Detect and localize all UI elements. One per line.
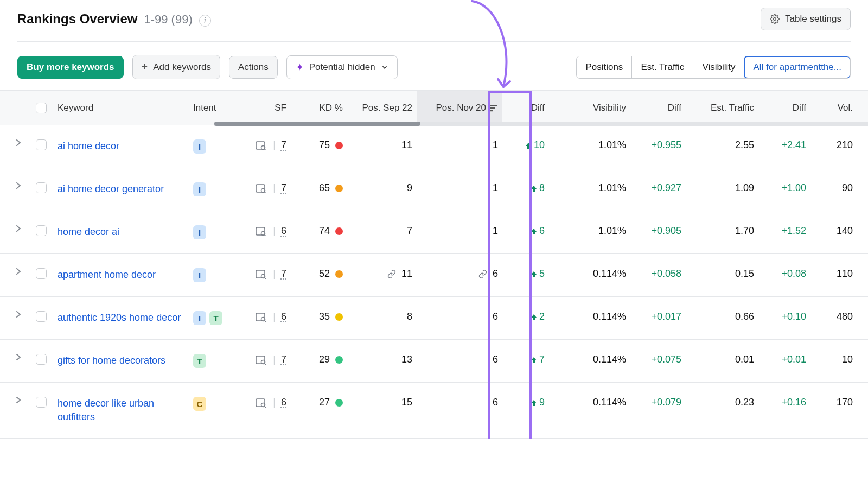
- tab-est-traffic[interactable]: Est. Traffic: [632, 56, 693, 78]
- chevron-right-icon: [16, 397, 21, 403]
- potential-hidden-dropdown[interactable]: ✦ Potential hidden: [286, 55, 398, 79]
- row-checkbox-cell: [29, 182, 53, 193]
- toolbar: Buy more keywords + Add keywords Actions…: [17, 42, 851, 90]
- expand-row[interactable]: [0, 311, 29, 318]
- serp-features-icon[interactable]: [256, 269, 267, 279]
- pos-curr-cell: 1: [417, 182, 502, 194]
- col-diff-vis[interactable]: Diff: [630, 91, 686, 125]
- svg-line-12: [265, 234, 267, 236]
- keyword-link[interactable]: apartment home decor: [58, 268, 156, 282]
- chevron-right-icon: [16, 354, 21, 360]
- intent-badge-i: I: [193, 139, 206, 154]
- row-checkbox-cell: [29, 139, 53, 150]
- actions-button[interactable]: Actions: [229, 56, 278, 79]
- svg-line-24: [265, 406, 267, 408]
- visibility-cell: 0.114%: [549, 311, 630, 322]
- keyword-link[interactable]: home decor ai: [58, 225, 119, 239]
- row-checkbox[interactable]: [36, 139, 47, 150]
- serp-features-icon[interactable]: [256, 398, 267, 408]
- table-row: authentic 1920s home decor IT | 6 35 8 6…: [0, 297, 868, 340]
- svg-rect-2: [489, 107, 495, 109]
- expand-row[interactable]: [0, 354, 29, 360]
- col-diff-traffic[interactable]: Diff: [758, 91, 810, 125]
- row-checkbox[interactable]: [36, 311, 47, 322]
- col-intent[interactable]: Intent: [189, 91, 237, 125]
- col-pos-prev[interactable]: Pos. Sep 22: [347, 91, 417, 125]
- sf-count[interactable]: 6: [281, 225, 286, 237]
- table-row: home decor like urban outfitters C | 6 2…: [0, 383, 868, 439]
- serp-features-icon[interactable]: [256, 312, 267, 322]
- sf-cell: | 7: [237, 139, 291, 151]
- row-checkbox[interactable]: [36, 397, 47, 408]
- kd-cell: 29: [291, 354, 347, 365]
- keyword-link[interactable]: ai home decor: [58, 139, 119, 153]
- sf-count[interactable]: 6: [281, 311, 286, 322]
- diff-pos-cell: 8: [502, 182, 549, 194]
- info-icon[interactable]: i: [199, 15, 211, 27]
- sf-count[interactable]: 6: [281, 397, 286, 408]
- diff-traffic-cell: +0.08: [758, 268, 810, 280]
- diff-pos-cell: 9: [502, 397, 549, 408]
- tab-visibility[interactable]: Visibility: [693, 56, 744, 78]
- scrollbar-thumb[interactable]: [214, 122, 420, 126]
- row-checkbox[interactable]: [36, 354, 47, 365]
- serp-features-icon[interactable]: [256, 141, 267, 150]
- sf-count[interactable]: 7: [281, 268, 286, 280]
- row-checkbox-cell: [29, 268, 53, 279]
- link-icon: [477, 270, 488, 278]
- select-all-checkbox[interactable]: [36, 103, 47, 113]
- expand-row[interactable]: [0, 397, 29, 403]
- keyword-link[interactable]: gifts for home decorators: [58, 354, 165, 367]
- tab-all-for-domain[interactable]: All for apartmentthe...: [744, 56, 850, 78]
- plus-icon: +: [142, 61, 148, 73]
- serp-features-icon[interactable]: [256, 226, 267, 236]
- serp-features-icon[interactable]: [256, 355, 267, 365]
- table-row: gifts for home decorators T | 7 29 13 6 …: [0, 340, 868, 383]
- pos-curr-cell: 6: [417, 268, 502, 280]
- kd-value: 52: [319, 268, 330, 280]
- row-checkbox[interactable]: [36, 268, 47, 279]
- kd-dot: [335, 399, 343, 407]
- visibility-cell: 1.01%: [549, 139, 630, 151]
- table-settings-button[interactable]: Table settings: [761, 8, 851, 30]
- col-expand: [0, 91, 29, 125]
- expand-row[interactable]: [0, 268, 29, 275]
- row-checkbox[interactable]: [36, 225, 47, 236]
- sf-count[interactable]: 7: [281, 182, 286, 194]
- col-vol[interactable]: Vol.: [810, 91, 857, 125]
- col-kd[interactable]: KD %: [291, 91, 347, 125]
- sf-count[interactable]: 7: [281, 139, 286, 151]
- col-keyword[interactable]: Keyword: [53, 91, 189, 125]
- horizontal-scrollbar[interactable]: [214, 122, 868, 126]
- kd-value: 75: [319, 139, 330, 151]
- col-diff-pos[interactable]: Diff: [502, 91, 549, 125]
- diff-traffic-cell: +1.52: [758, 225, 810, 237]
- vol-cell: 10: [810, 354, 857, 365]
- vol-cell: 210: [810, 139, 857, 151]
- col-pos-curr[interactable]: Pos. Nov 20: [417, 91, 502, 125]
- intent-badge-i: I: [193, 268, 206, 282]
- keyword-link[interactable]: ai home decor generator: [58, 182, 164, 196]
- expand-row[interactable]: [0, 139, 29, 146]
- sf-cell: | 7: [237, 268, 291, 280]
- keyword-link[interactable]: authentic 1920s home decor: [58, 311, 181, 325]
- tab-positions[interactable]: Positions: [577, 56, 632, 78]
- buy-more-button[interactable]: Buy more keywords: [17, 56, 124, 79]
- pos-curr-cell: 1: [417, 225, 502, 237]
- sf-count[interactable]: 7: [281, 354, 286, 365]
- kd-cell: 75: [291, 139, 347, 151]
- col-est-traffic[interactable]: Est. Traffic: [686, 91, 758, 125]
- serp-features-icon[interactable]: [256, 183, 267, 193]
- chevron-right-icon: [16, 182, 21, 189]
- col-visibility[interactable]: Visibility: [549, 91, 630, 125]
- sf-cell: | 6: [237, 225, 291, 237]
- expand-row[interactable]: [0, 225, 29, 232]
- diff-pos-cell: 2: [502, 311, 549, 322]
- svg-line-15: [265, 277, 267, 279]
- svg-rect-3: [489, 110, 493, 111]
- row-checkbox[interactable]: [36, 182, 47, 193]
- keyword-link[interactable]: home decor like urban outfitters: [58, 397, 184, 424]
- add-keywords-button[interactable]: + Add keywords: [132, 55, 220, 79]
- col-sf[interactable]: SF: [237, 91, 291, 125]
- expand-row[interactable]: [0, 182, 29, 189]
